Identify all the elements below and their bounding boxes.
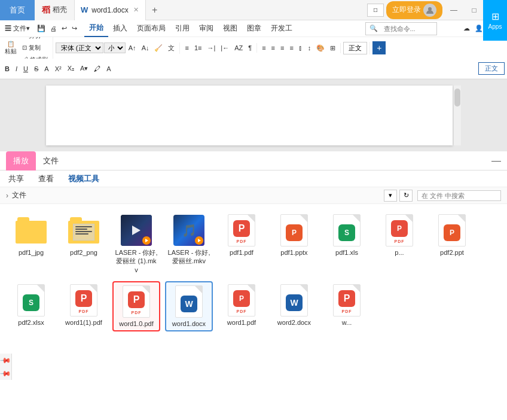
nav-share[interactable]: 共享 (6, 172, 26, 185)
underline-btn[interactable]: U (21, 64, 30, 74)
tab-shitu[interactable]: 视图 (218, 20, 242, 37)
redo-icon-btn[interactable]: ↪ (69, 23, 80, 34)
doc-scrollbar[interactable] (454, 86, 461, 145)
cut-btn[interactable]: ✂ 剪切 (20, 37, 50, 41)
nav-view[interactable]: 查看 (36, 172, 56, 185)
menu-icon-btn[interactable]: ☰ 文件▾ (2, 23, 32, 34)
char-border-btn[interactable]: A (104, 64, 113, 74)
clear-format-btn[interactable]: 🧹 (152, 43, 165, 53)
list-item[interactable]: P pdf2.ppt (428, 211, 476, 276)
tab-home[interactable]: 首页 (0, 0, 35, 20)
print-icon-btn[interactable]: 🖨 (48, 24, 59, 34)
font-size-select[interactable]: 小四 (104, 42, 126, 53)
list-item[interactable]: W word2.docx (270, 281, 318, 331)
list-item[interactable]: pdf1_jpg (7, 211, 55, 276)
indent-btn[interactable]: →| (204, 43, 218, 53)
doc-icon-word2: W (277, 284, 311, 317)
tab-yinyong[interactable]: 引用 (170, 20, 194, 37)
login-button[interactable]: 立即登录 (386, 1, 442, 19)
tab-wps[interactable]: 稻 稻壳 (35, 0, 74, 20)
tab-kaishi[interactable]: 开始 (84, 20, 108, 37)
superscript-btn[interactable]: X² (53, 64, 64, 74)
align-left-btn[interactable]: ≡ (259, 43, 268, 53)
file-search-input[interactable] (417, 190, 501, 201)
list-item[interactable]: P pdf1.pptx (270, 211, 318, 276)
tab-file[interactable]: 文件 (36, 151, 66, 171)
path-bar: › 文件 ▾ ↻ (0, 187, 507, 204)
add-style-btn[interactable]: + (372, 41, 386, 54)
copy-btn[interactable]: ⊡ 复制 (20, 42, 50, 53)
nav-video-tools[interactable]: 视频工具 (66, 172, 102, 185)
list-item[interactable]: P PDF w... (323, 281, 371, 331)
panel-minimize-btn[interactable]: — (491, 156, 501, 166)
list-item[interactable]: S pdf2.xlsx (7, 281, 55, 331)
pin-icon-2[interactable]: 📌 (0, 367, 12, 380)
col-layout-btn[interactable]: ⫿ (297, 43, 305, 53)
tab-kaifa[interactable]: 开发工 (266, 20, 297, 37)
font-color2-btn[interactable]: A▾ (78, 63, 90, 74)
ppt-icon-pdf1: P (277, 214, 311, 247)
list-item[interactable]: P PDF word1.pdf (218, 281, 265, 331)
list-item[interactable]: P PDF word1(1).pdf (60, 281, 108, 331)
list-btn[interactable]: ≡ (182, 43, 191, 53)
doc-close-icon[interactable]: ✕ (133, 6, 139, 14)
style-apply-btn[interactable]: 正文 (478, 62, 505, 75)
list-item[interactable]: P PDF p... (375, 211, 423, 276)
tab-doc[interactable]: W word1.docx ✕ (74, 0, 146, 20)
tab-play[interactable]: 播放 (6, 151, 36, 171)
add-tab-button[interactable]: + (146, 5, 163, 16)
path-refresh-btn[interactable]: ↻ (399, 190, 413, 202)
minimize-button[interactable]: — (445, 0, 463, 20)
maximize-button[interactable]: □ (465, 0, 483, 20)
sort-btn[interactable]: AZ (232, 43, 245, 53)
align-center-btn[interactable]: ≡ (269, 43, 277, 53)
paste-btn[interactable]: 📋粘贴 (2, 39, 19, 57)
list-item[interactable]: W word1.docx (165, 281, 213, 331)
normal-style[interactable]: 正文 (343, 42, 367, 54)
font-color-btn[interactable]: A (42, 64, 51, 74)
list-item[interactable]: pdf2_png (60, 211, 108, 276)
strikethrough-btn[interactable]: S (32, 64, 41, 74)
list-item[interactable]: S pdf1.xls (323, 211, 371, 276)
file-grid: pdf1_jpg (0, 204, 507, 420)
cloud-icon[interactable]: ☁ (461, 23, 472, 34)
format-brush-btn[interactable]: 🖌 格式刷 (20, 54, 50, 59)
list-item[interactable]: P PDF pdf1.pdf (218, 211, 265, 276)
user-avatar (423, 4, 436, 17)
list-item[interactable]: LASER - 你好,爱丽丝 (1).mkv (112, 211, 160, 276)
pin-icon-1[interactable]: 📌 (0, 354, 12, 367)
font-decrease-btn[interactable]: A↓ (139, 43, 152, 53)
italic-btn[interactable]: I (13, 64, 20, 74)
align-justify-btn[interactable]: ≡ (287, 43, 295, 53)
secondary-toolbar: 共享 查看 视频工具 (0, 171, 507, 187)
tab-page-layout[interactable]: 页面布局 (132, 20, 170, 37)
tab-charu[interactable]: 插入 (108, 20, 132, 37)
border-btn[interactable]: ⊞ (328, 43, 338, 53)
path-dropdown-btn[interactable]: ▾ (384, 190, 397, 202)
font-increase-btn[interactable]: A↑ (126, 43, 139, 53)
outdent-btn[interactable]: |← (218, 43, 231, 53)
list-item[interactable]: P PDF word1.0.pdf (112, 281, 160, 331)
tab-tuzhan[interactable]: 图章 (242, 20, 266, 37)
bold-btn[interactable]: B (2, 64, 12, 74)
shading-btn[interactable]: 🎨 (314, 43, 327, 53)
subscript-btn[interactable]: X₂ (65, 63, 77, 74)
apps-grid-icon: ⊞ (491, 11, 499, 22)
line-spacing-btn[interactable]: ↕ (306, 43, 314, 53)
font-name-select[interactable]: 宋体 (正文) (56, 42, 103, 53)
ordered-list-btn[interactable]: 1≡ (192, 43, 204, 53)
phonetic-btn[interactable]: 文 (166, 42, 177, 54)
show-marks-btn[interactable]: ¶ (246, 43, 254, 53)
search-icon: 🔍 (369, 25, 378, 32)
align-right-btn[interactable]: ≡ (278, 43, 286, 53)
restore-button[interactable]: □ (367, 4, 384, 17)
highlight-btn[interactable]: 🖍 (91, 64, 103, 74)
save-icon-btn[interactable]: 💾 (35, 23, 48, 34)
video-icon-laser1 (120, 214, 153, 247)
wps-logo: 稻 (42, 5, 50, 16)
tab-shenhe[interactable]: 审阅 (194, 20, 218, 37)
search-input[interactable] (380, 24, 434, 34)
apps-sidebar[interactable]: ⊞ Apps (483, 0, 507, 41)
list-item[interactable]: 🎵 LASER - 你好,爱丽丝.mkv (165, 211, 213, 276)
undo-icon-btn[interactable]: ↩ (59, 23, 69, 34)
